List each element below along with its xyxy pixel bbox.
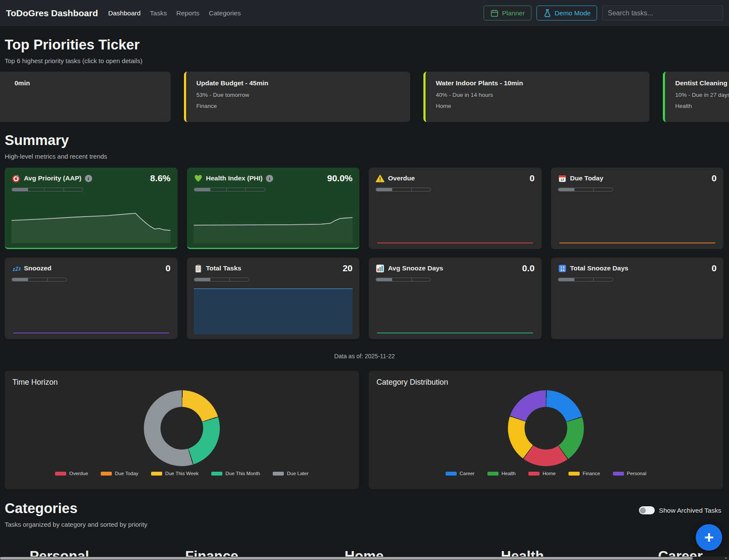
metric-title: Total Snooze Days xyxy=(570,264,629,272)
range-button[interactable]: 7d xyxy=(558,188,574,192)
range-button[interactable]: 1d xyxy=(194,188,210,192)
planner-button[interactable]: Planner xyxy=(484,6,531,20)
search-input[interactable] xyxy=(602,6,723,20)
legend-swatch xyxy=(273,472,284,476)
panel-title: Category Distribution xyxy=(376,378,715,387)
demo-mode-label: Demo Mode xyxy=(555,9,591,17)
calendar-icon: 17 xyxy=(558,174,567,183)
legend-swatch xyxy=(446,472,457,476)
legend-swatch xyxy=(101,472,112,476)
flask-icon xyxy=(543,9,552,17)
ticker-card-category: Finance xyxy=(196,103,400,109)
legend-swatch xyxy=(487,472,499,476)
range-button[interactable]: 30d xyxy=(28,278,47,281)
scrollbar-thumb[interactable] xyxy=(0,557,693,560)
info-icon[interactable]: i xyxy=(85,175,92,182)
info-icon[interactable]: i xyxy=(266,175,273,182)
ticker-strip: 0min Update Budget - 45min 53% - Due tom… xyxy=(0,72,729,122)
nav-actions: Planner Demo Mode xyxy=(484,6,723,20)
range-button[interactable]: 7d xyxy=(210,188,226,192)
range-button[interactable]: 7d xyxy=(376,278,392,281)
category-distribution-donut-chart[interactable] xyxy=(508,390,584,466)
metric-card-avg-snooze-days[interactable]: Avg Snooze Days 0.0 7d 30d 90d xyxy=(369,258,542,339)
metric-value: 0.0 xyxy=(522,263,534,273)
donut-hole xyxy=(525,407,567,450)
ticker-card-category: Health xyxy=(675,103,729,109)
metric-card-overdue[interactable]: Overdue 0 7d 30d 90d xyxy=(369,168,542,249)
sparkline-chart xyxy=(12,196,171,243)
range-button[interactable]: 7d xyxy=(558,278,574,281)
sparkline-chart xyxy=(194,286,353,334)
range-button[interactable]: 30d xyxy=(226,188,246,192)
metric-card-due-today[interactable]: 17 Due Today 0 7d 30d 90d xyxy=(551,168,724,249)
legend-swatch xyxy=(569,472,580,476)
range-selector: 7d 30d 90d xyxy=(558,188,613,192)
target-icon xyxy=(12,174,20,183)
ticker-card[interactable]: Update Budget - 45min 53% - Due tomorrow… xyxy=(184,72,410,122)
range-button[interactable]: 30d xyxy=(574,188,594,192)
metric-card-total-snooze-days[interactable]: 1 23 4 Total Snooze Days 0 7d 30d 90d xyxy=(551,258,724,339)
category-distribution-legend: Career Health Home Finance Personal xyxy=(376,471,715,476)
ticker-card[interactable]: 0min xyxy=(0,72,171,122)
ticker-card-title: Water Indoor Plants - 10min xyxy=(436,79,639,87)
ticker-card-meta: 40% - Due in 14 hours xyxy=(436,92,639,98)
range-button[interactable]: 90d xyxy=(229,278,249,281)
ticker-card-title: 0min xyxy=(0,79,160,87)
range-button[interactable]: 90d xyxy=(411,188,431,192)
nav-link-reports[interactable]: Reports xyxy=(176,9,199,17)
range-button[interactable]: 7d xyxy=(28,188,44,192)
range-button[interactable]: 90d xyxy=(593,188,613,192)
legend-item: Health xyxy=(487,471,516,476)
nav-link-dashboard[interactable]: Dashboard xyxy=(108,9,140,17)
metric-title: Snoozed xyxy=(24,264,52,272)
sparkline-chart xyxy=(376,196,535,244)
range-button[interactable]: 90d xyxy=(593,278,613,281)
metric-title: Avg Priority (AAP) xyxy=(24,174,82,182)
legend-item: Due This Month xyxy=(211,471,260,476)
range-button[interactable]: 7d xyxy=(376,188,392,192)
donut-hole xyxy=(160,407,203,450)
range-selector: 1d 7d 30d 90d xyxy=(12,188,83,192)
range-selector: 7d 30d 90d xyxy=(12,278,67,281)
legend-item: Home xyxy=(528,471,556,476)
ticker-card[interactable]: Water Indoor Plants - 10min 40% - Due in… xyxy=(423,72,650,122)
sparkline-chart xyxy=(376,286,535,334)
range-button[interactable]: 90d xyxy=(47,278,67,281)
range-button[interactable]: 90d xyxy=(411,278,431,281)
ticker-card[interactable]: Dentist Cleaning - 6 10% - Due in 27 day… xyxy=(663,72,729,122)
demo-mode-button[interactable]: Demo Mode xyxy=(537,6,597,20)
metric-card-health-index[interactable]: Health Index (PHI) i 90.0% 1d 7d 30d 90d xyxy=(187,168,360,249)
legend-swatch xyxy=(151,472,162,476)
legend-swatch xyxy=(55,472,66,476)
range-button[interactable]: 90d xyxy=(245,188,265,192)
show-archived-toggle[interactable] xyxy=(639,506,655,514)
scrollbar-right-arrow-icon[interactable] xyxy=(725,555,727,560)
range-button[interactable]: 7d xyxy=(194,278,210,281)
app-title: ToDoGres Dashboard xyxy=(6,8,98,18)
range-button[interactable]: 30d xyxy=(392,278,411,281)
show-archived-label: Show Archived Tasks xyxy=(659,507,721,514)
nav-link-categories[interactable]: Categories xyxy=(209,9,241,17)
range-button[interactable]: 30d xyxy=(44,188,64,192)
range-selector: 7d 30d 90d xyxy=(376,278,431,281)
range-button[interactable]: 1d xyxy=(12,188,28,192)
categories-subtitle: Tasks organized by category and sorted b… xyxy=(5,521,729,528)
summary-title: Summary xyxy=(5,132,729,148)
range-button[interactable]: 30d xyxy=(574,278,594,281)
summary-grid: Avg Priority (AAP) i 8.6% 1d 7d 30d 90d … xyxy=(5,168,723,339)
metric-card-snoozed[interactable]: zZz Snoozed 0 7d 30d 90d xyxy=(5,258,178,339)
range-selector: 7d 30d 90d xyxy=(376,188,431,192)
range-button[interactable]: 30d xyxy=(210,278,230,281)
range-button[interactable]: 30d xyxy=(392,188,411,192)
metric-card-total-tasks[interactable]: Total Tasks 20 7d 30d 90d xyxy=(187,258,360,339)
horizontal-scrollbar[interactable] xyxy=(0,557,729,560)
sparkline-chart xyxy=(558,286,717,334)
range-button[interactable]: 7d xyxy=(12,278,28,281)
nav-link-tasks[interactable]: Tasks xyxy=(150,9,167,17)
add-task-button[interactable]: + xyxy=(696,524,722,551)
time-horizon-donut-chart[interactable] xyxy=(144,390,220,466)
legend-swatch xyxy=(211,472,222,476)
metric-card-avg-priority[interactable]: Avg Priority (AAP) i 8.6% 1d 7d 30d 90d xyxy=(5,168,178,249)
legend-item: Personal xyxy=(613,471,646,476)
range-button[interactable]: 90d xyxy=(64,188,83,192)
